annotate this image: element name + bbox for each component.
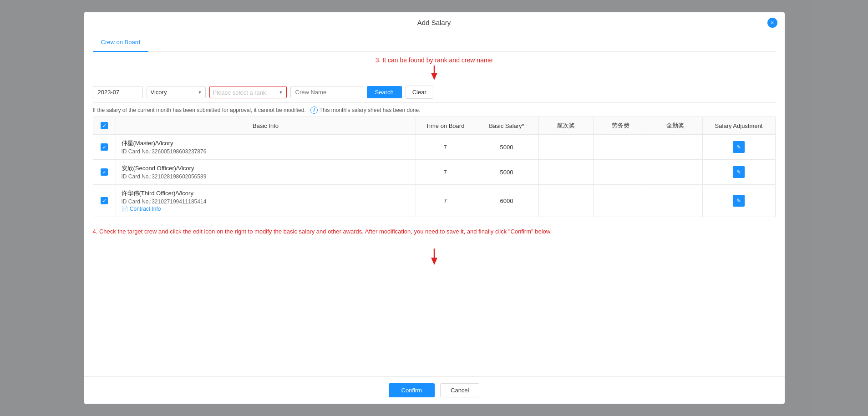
bottom-annotation: 4. Check the target crew and click the e… — [93, 217, 776, 239]
vessel-select[interactable]: Vicory — [147, 86, 206, 98]
done-text: This month's salary sheet has been done. — [320, 107, 421, 113]
close-button[interactable]: × — [767, 18, 777, 28]
select-all-checkbox[interactable] — [101, 122, 108, 129]
row-2-laowu — [593, 185, 648, 217]
svg-marker-3 — [431, 258, 437, 265]
tabs-bar: Crew on Board — [93, 33, 776, 52]
modal-body: Crew on Board 3. It can be found by rank… — [84, 33, 785, 376]
modal-title: Add Salary — [417, 19, 451, 26]
top-arrow — [93, 66, 776, 80]
row-0-checkbox-cell — [93, 135, 116, 160]
top-annotation: 3. It can be found by rank and crew name — [93, 52, 776, 81]
rank-select[interactable] — [209, 86, 287, 98]
date-input[interactable] — [93, 86, 143, 98]
filter-row: Vicory Please select a rank. Search Clea… — [93, 81, 776, 103]
table-row: 许华伟(Third Officer)/VicoryID Card No.:321… — [93, 185, 775, 217]
info-icon: i — [310, 107, 318, 114]
vessel-select-wrapper: Vicory — [147, 86, 206, 98]
row-0-time-on-board: 7 — [416, 135, 475, 160]
row-0-id-card: ID Card No.:326005198603237876 — [122, 148, 410, 155]
row-1-hangci — [538, 160, 593, 185]
search-button[interactable]: Search — [367, 86, 402, 98]
modal-header: Add Salary × — [84, 12, 785, 33]
table-header-row: Basic Info Time on Board Basic Salary* 航… — [93, 117, 775, 135]
row-2-edit-button[interactable]: ✎ — [733, 195, 745, 207]
table-row: 仲星(Master)/VicoryID Card No.:32600519860… — [93, 135, 775, 160]
col-basic-info: Basic Info — [116, 117, 416, 135]
row-0-quanqin — [648, 135, 702, 160]
row-0-basic-salary: 5000 — [475, 135, 538, 160]
row-2-basic-salary: 6000 — [475, 185, 538, 217]
row-2-checkbox-cell — [93, 185, 116, 217]
col-quanqin-award: 全勤奖 — [648, 117, 702, 135]
confirm-arrow-area — [93, 239, 776, 265]
row-0-adjustment-cell: ✎ — [702, 135, 775, 160]
svg-marker-1 — [431, 73, 437, 80]
row-0-checkbox[interactable] — [101, 143, 108, 151]
col-basic-salary: Basic Salary* — [475, 117, 538, 135]
crew-name-input[interactable] — [290, 86, 363, 98]
row-1-time-on-board: 7 — [416, 160, 475, 185]
row-2-checkbox[interactable] — [101, 197, 108, 204]
row-0-hangci — [538, 135, 593, 160]
modal-overlay: Add Salary × Crew on Board 3. It can be … — [0, 0, 868, 416]
row-0-edit-button[interactable]: ✎ — [733, 141, 745, 153]
clear-button[interactable]: Clear — [406, 86, 433, 99]
salary-table: Basic Info Time on Board Basic Salary* 航… — [93, 117, 776, 217]
row-2-id-card: ID Card No.:321027199411185414 — [122, 198, 410, 205]
rank-select-wrapper: Please select a rank. — [209, 86, 287, 98]
table-body: 仲星(Master)/VicoryID Card No.:32600519860… — [93, 135, 775, 217]
modal-footer: Confirm Cancel — [84, 376, 785, 404]
confirm-button[interactable]: Confirm — [389, 383, 435, 397]
row-2-quanqin — [648, 185, 702, 217]
notice-text: If the salary of the current month has b… — [93, 107, 306, 113]
row-1-adjustment-cell: ✎ — [702, 160, 775, 185]
row-2-adjustment-cell: ✎ — [702, 185, 775, 217]
col-checkbox — [93, 117, 116, 135]
row-2-time-on-board: 7 — [416, 185, 475, 217]
notice-bar: If the salary of the current month has b… — [93, 103, 776, 117]
row-1-quanqin — [648, 160, 702, 185]
row-2-hangci — [538, 185, 593, 217]
row-1-id-card: ID Card No.:321028198602056589 — [122, 173, 410, 180]
tab-crew-on-board[interactable]: Crew on Board — [93, 33, 149, 52]
row-1-laowu — [593, 160, 648, 185]
col-salary-adjustment: Salary Adjustment — [702, 117, 775, 135]
row-1-edit-button[interactable]: ✎ — [733, 166, 745, 178]
col-hangci-award: 航次奖 — [538, 117, 593, 135]
notice-done: i This month's salary sheet has been don… — [310, 107, 421, 114]
row-2-contract-link[interactable]: 📄 Contract Info — [122, 206, 161, 212]
row-1-info-cell: 安欣(Second Officer)/VicoryID Card No.:321… — [116, 160, 416, 185]
col-time-on-board: Time on Board — [416, 117, 475, 135]
row-1-basic-salary: 5000 — [475, 160, 538, 185]
table-row: 安欣(Second Officer)/VicoryID Card No.:321… — [93, 160, 775, 185]
row-1-crew-name: 安欣(Second Officer)/Vicory — [122, 164, 410, 172]
row-0-laowu — [593, 135, 648, 160]
row-1-checkbox-cell — [93, 160, 116, 185]
row-2-crew-name: 许华伟(Third Officer)/Vicory — [122, 189, 410, 198]
row-1-checkbox[interactable] — [101, 168, 108, 176]
row-0-info-cell: 仲星(Master)/VicoryID Card No.:32600519860… — [116, 135, 416, 160]
confirm-arrow — [430, 249, 439, 265]
col-laowu-fee: 劳务费 — [593, 117, 648, 135]
cancel-button[interactable]: Cancel — [440, 383, 479, 397]
row-2-info-cell: 许华伟(Third Officer)/VicoryID Card No.:321… — [116, 185, 416, 217]
modal: Add Salary × Crew on Board 3. It can be … — [84, 12, 785, 404]
row-0-crew-name: 仲星(Master)/Vicory — [122, 139, 410, 147]
